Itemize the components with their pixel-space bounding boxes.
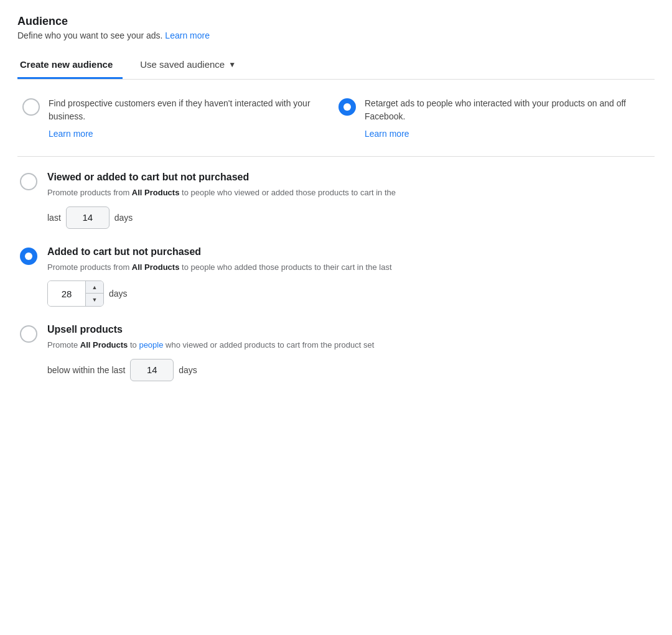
added-cart-desc: Promote products from All Products to pe… — [47, 261, 652, 274]
audience-card-retarget[interactable]: Retarget ads to people who interacted wi… — [336, 95, 652, 141]
page-subtitle: Define who you want to see your ads. Lea… — [17, 30, 655, 40]
header-learn-more-link[interactable]: Learn more — [165, 30, 210, 40]
sub-option-viewed-cart: Viewed or added to cart but not purchase… — [20, 172, 652, 229]
audience-header: Audience Define who you want to see your… — [17, 15, 655, 40]
sub-option-added-cart: Added to cart but not purchased Promote … — [20, 246, 652, 307]
spinner-buttons: ▲ ▼ — [85, 281, 103, 306]
viewed-cart-days-input[interactable] — [66, 206, 110, 229]
upsell-title: Upsell products — [47, 324, 652, 335]
retarget-description: Retarget ads to people who interacted wi… — [365, 97, 642, 123]
upsell-below-label: below within the last — [47, 365, 125, 375]
added-cart-days-label: days — [109, 289, 128, 299]
added-cart-spinner: ▲ ▼ — [47, 280, 104, 307]
sub-option-upsell: Upsell products Promote All Products to … — [20, 324, 652, 381]
added-cart-title: Added to cart but not purchased — [47, 246, 652, 257]
audience-type-options: Find prospective customers even if they … — [17, 80, 655, 157]
radio-retarget-inner — [343, 103, 351, 111]
retarget-learn-more-link[interactable]: Learn more — [365, 129, 409, 139]
tabs-container: Create new audience Use saved audience ▼ — [17, 53, 655, 80]
viewed-cart-days-row: last days — [47, 206, 652, 229]
chevron-down-icon: ▼ — [228, 60, 236, 69]
tab-use-saved[interactable]: Use saved audience ▼ — [138, 53, 246, 79]
audience-card-prospective[interactable]: Find prospective customers even if they … — [20, 95, 336, 141]
upsell-days-input[interactable] — [130, 359, 174, 381]
viewed-cart-last-label: last — [47, 213, 61, 223]
added-cart-days-input[interactable] — [48, 281, 85, 306]
radio-added-cart[interactable] — [20, 248, 37, 265]
spinner-up-button[interactable]: ▲ — [86, 281, 103, 294]
radio-prospective[interactable] — [22, 98, 40, 116]
radio-upsell[interactable] — [20, 325, 37, 343]
radio-viewed-cart[interactable] — [20, 173, 37, 190]
upsell-days-row: below within the last days — [47, 359, 652, 381]
upsell-days-label: days — [179, 365, 197, 375]
page-title: Audience — [17, 15, 655, 28]
tab-create-new[interactable]: Create new audience — [17, 53, 123, 79]
radio-retarget[interactable] — [338, 98, 356, 116]
upsell-people-link[interactable]: people — [139, 340, 163, 350]
prospective-learn-more-link[interactable]: Learn more — [49, 129, 93, 139]
viewed-cart-desc: Promote products from All Products to pe… — [47, 187, 652, 199]
prospective-description: Find prospective customers even if they … — [49, 97, 326, 123]
viewed-cart-days-label: days — [114, 213, 133, 223]
radio-added-cart-inner — [25, 253, 32, 260]
sub-options-container: Viewed or added to cart but not purchase… — [17, 157, 655, 404]
spinner-down-button[interactable]: ▼ — [86, 294, 103, 306]
viewed-cart-title: Viewed or added to cart but not purchase… — [47, 172, 652, 183]
added-cart-days-row: ▲ ▼ days — [47, 280, 652, 307]
upsell-desc: Promote All Products to people who viewe… — [47, 339, 652, 351]
